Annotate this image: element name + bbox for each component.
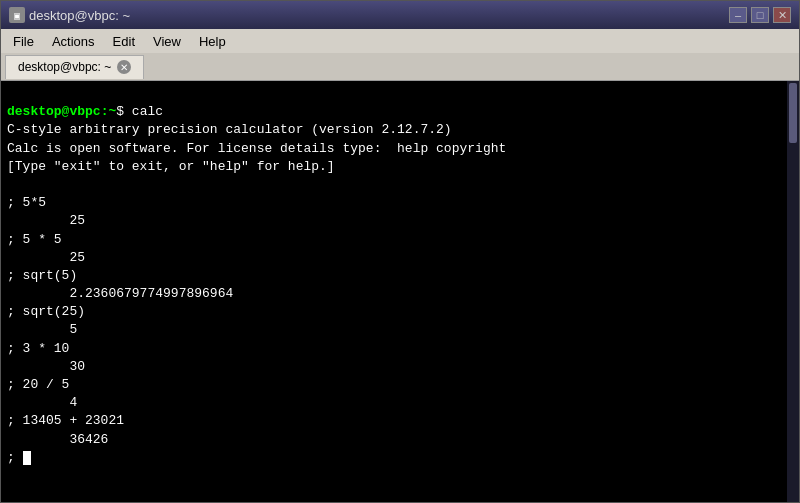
tab-close-button[interactable]: ✕: [117, 60, 131, 74]
terminal-output-9: 2.2360679774997896964: [7, 286, 233, 301]
terminal-output-12: ; 3 * 10: [7, 341, 69, 356]
terminal-prompt-dollar: $: [116, 104, 124, 119]
menu-view[interactable]: View: [145, 32, 189, 51]
terminal-prompt-path: :~: [101, 104, 117, 119]
terminal-tab[interactable]: desktop@vbpc: ~ ✕: [5, 55, 144, 79]
terminal-output-8: ; sqrt(5): [7, 268, 77, 283]
minimize-button[interactable]: –: [729, 7, 747, 23]
terminal-output-4: ; 5*5: [7, 195, 46, 210]
tab-bar: desktop@vbpc: ~ ✕: [1, 53, 799, 81]
scrollbar[interactable]: [787, 81, 799, 502]
terminal-output-7: 25: [7, 250, 85, 265]
terminal-output-15: 4: [7, 395, 77, 410]
terminal-output-10: ; sqrt(25): [7, 304, 85, 319]
window-title: desktop@vbpc: ~: [29, 8, 130, 23]
terminal-output-1: C-style arbitrary precision calculator (…: [7, 122, 452, 137]
terminal-output-18: ;: [7, 450, 31, 465]
terminal-output-13: 30: [7, 359, 85, 374]
terminal-output-5: 25: [7, 213, 85, 228]
terminal-window: ▣ desktop@vbpc: ~ – □ ✕ File Actions Edi…: [0, 0, 800, 503]
scrollbar-thumb[interactable]: [789, 83, 797, 143]
tab-label: desktop@vbpc: ~: [18, 60, 111, 74]
terminal-content: desktop@vbpc:~$ calc C-style arbitrary p…: [7, 85, 793, 485]
window-icon: ▣: [9, 7, 25, 23]
terminal-output-14: ; 20 / 5: [7, 377, 69, 392]
maximize-button[interactable]: □: [751, 7, 769, 23]
title-bar: ▣ desktop@vbpc: ~ – □ ✕: [1, 1, 799, 29]
menu-edit[interactable]: Edit: [105, 32, 143, 51]
menu-help[interactable]: Help: [191, 32, 234, 51]
terminal-area[interactable]: desktop@vbpc:~$ calc C-style arbitrary p…: [1, 81, 799, 502]
terminal-output-11: 5: [7, 322, 77, 337]
terminal-output-6: ; 5 * 5: [7, 232, 62, 247]
menu-actions[interactable]: Actions: [44, 32, 103, 51]
terminal-output-16: ; 13405 + 23021: [7, 413, 124, 428]
title-bar-left: ▣ desktop@vbpc: ~: [9, 7, 130, 23]
terminal-command: calc: [132, 104, 163, 119]
terminal-output-2: Calc is open software. For license detai…: [7, 141, 506, 156]
terminal-cursor: [23, 451, 31, 465]
menu-file[interactable]: File: [5, 32, 42, 51]
terminal-output-17: 36426: [7, 432, 108, 447]
terminal-prompt-user: desktop@vbpc: [7, 104, 101, 119]
terminal-output-3: [Type "exit" to exit, or "help" for help…: [7, 159, 335, 174]
title-bar-controls: – □ ✕: [729, 7, 791, 23]
menu-bar: File Actions Edit View Help: [1, 29, 799, 53]
close-button[interactable]: ✕: [773, 7, 791, 23]
